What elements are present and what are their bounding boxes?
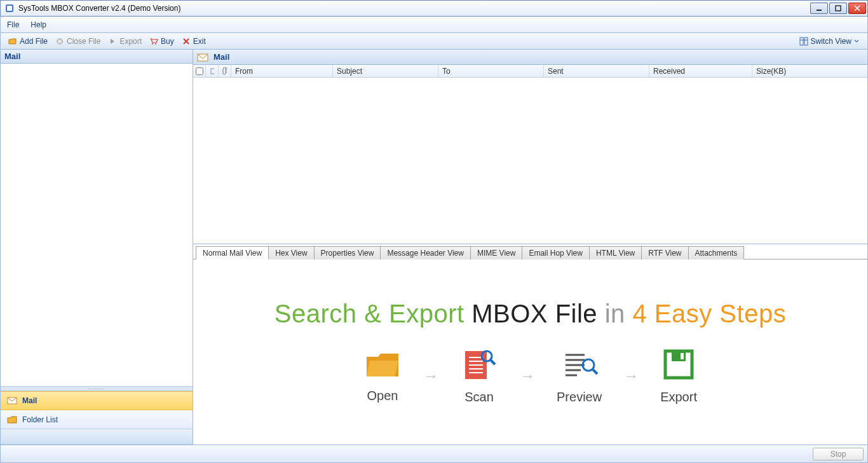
svg-rect-7 <box>800 38 803 45</box>
column-received[interactable]: Received <box>649 65 752 77</box>
switch-view-button[interactable]: Switch View <box>795 35 864 48</box>
svg-rect-12 <box>211 69 214 74</box>
step-open: Open <box>363 349 402 403</box>
column-checkbox[interactable] <box>193 65 206 77</box>
step-open-label: Open <box>367 389 398 403</box>
tab-mime-view[interactable]: MIME View <box>470 246 522 259</box>
heading-part-3: in <box>605 300 625 328</box>
close-file-icon <box>55 37 64 46</box>
cart-icon <box>149 37 158 46</box>
add-file-button[interactable]: Add File <box>4 36 51 47</box>
step-preview-label: Preview <box>557 390 602 404</box>
folder-icon <box>7 415 17 424</box>
select-all-checkbox[interactable] <box>196 67 203 75</box>
mail-panel-title: Mail <box>214 52 229 62</box>
column-size[interactable]: Size(KB) <box>752 65 867 77</box>
arrow-icon: → <box>520 367 535 385</box>
sidebar: Mail ······ Mail Folder List <box>1 50 193 445</box>
tab-hex-view[interactable]: Hex View <box>268 246 314 259</box>
sidebar-header: Mail <box>1 50 193 64</box>
menu-help[interactable]: Help <box>31 20 46 29</box>
sidebar-item-mail[interactable]: Mail <box>1 391 193 410</box>
view-tabs: Normal Mail View Hex View Properties Vie… <box>193 244 867 259</box>
step-scan: Scan <box>460 347 498 404</box>
app-icon <box>4 3 15 13</box>
heading-part-4: 4 Easy Steps <box>632 300 786 328</box>
column-sent[interactable]: Sent <box>544 65 649 77</box>
sidebar-tree <box>1 64 193 386</box>
svg-rect-30 <box>681 353 684 359</box>
heading-part-2: MBOX File <box>471 300 597 328</box>
minimize-button[interactable] <box>810 3 828 14</box>
main-area: Mail ······ Mail Folder List Mail From S… <box>0 50 868 445</box>
column-from[interactable]: From <box>231 65 333 77</box>
folder-open-icon <box>363 349 402 381</box>
mail-icon <box>7 396 17 405</box>
close-file-label: Close File <box>67 37 100 46</box>
column-flag-icon[interactable] <box>206 65 219 77</box>
mail-panel-header: Mail <box>193 50 867 65</box>
svg-line-20 <box>491 360 495 364</box>
close-file-button: Close File <box>51 36 104 47</box>
column-attachment-icon[interactable] <box>219 65 231 77</box>
arrow-icon: → <box>623 367 639 385</box>
column-to[interactable]: To <box>438 65 544 77</box>
list-search-icon <box>560 347 599 382</box>
stop-button: Stop <box>813 448 864 460</box>
tab-normal-mail-view[interactable]: Normal Mail View <box>196 246 269 259</box>
save-icon <box>661 347 696 382</box>
sidebar-item-folder-list[interactable]: Folder List <box>1 410 193 429</box>
switch-view-label: Switch View <box>811 37 851 46</box>
sidebar-item-label: Folder List <box>22 415 58 424</box>
menu-bar: File Help <box>0 17 868 33</box>
tab-properties-view[interactable]: Properties View <box>314 246 381 259</box>
svg-rect-8 <box>804 38 808 45</box>
maximize-button[interactable] <box>829 3 847 14</box>
tab-attachments[interactable]: Attachments <box>688 246 745 259</box>
mail-grid-header: From Subject To Sent Received Size(KB) <box>193 65 867 78</box>
folder-open-icon <box>8 37 17 46</box>
exit-button[interactable]: Exit <box>178 36 210 47</box>
arrow-icon: → <box>423 367 438 385</box>
switch-view-icon <box>799 37 808 46</box>
export-label: Export <box>119 37 142 46</box>
svg-rect-2 <box>817 10 822 11</box>
exit-icon <box>182 37 191 46</box>
buy-button[interactable]: Buy <box>146 36 178 47</box>
sidebar-footer-strip <box>1 429 193 445</box>
mail-icon <box>197 52 208 62</box>
tab-rtf-view[interactable]: RTF View <box>641 246 688 259</box>
close-button[interactable] <box>848 3 866 14</box>
content-area: Mail From Subject To Sent Received Size(… <box>193 50 867 445</box>
exit-label: Exit <box>193 37 206 46</box>
svg-line-27 <box>593 370 597 374</box>
window-title: SysTools MBOX Converter v2.4 (Demo Versi… <box>18 4 810 13</box>
step-scan-label: Scan <box>465 390 494 404</box>
sidebar-item-label: Mail <box>22 396 37 405</box>
buy-label: Buy <box>161 37 174 46</box>
export-arrow-icon <box>108 37 117 46</box>
svg-rect-1 <box>7 6 12 11</box>
mail-grid-body <box>193 78 867 244</box>
document-search-icon <box>460 347 498 382</box>
toolbar: Add File Close File Export Buy Exit Swit… <box>0 33 868 50</box>
tab-message-header-view[interactable]: Message Header View <box>380 246 471 259</box>
welcome-pane: Search & Export MBOX File in 4 Easy Step… <box>193 259 867 445</box>
menu-file[interactable]: File <box>7 20 19 29</box>
sidebar-splitter[interactable]: ······ <box>1 386 193 391</box>
step-preview: Preview <box>557 347 602 404</box>
tab-html-view[interactable]: HTML View <box>589 246 642 259</box>
export-button: Export <box>104 36 146 47</box>
step-export: Export <box>660 347 697 404</box>
step-export-label: Export <box>660 390 697 404</box>
chevron-down-icon <box>854 39 859 44</box>
tab-email-hop-view[interactable]: Email Hop View <box>522 246 589 259</box>
heading-part-1: Search & Export <box>275 300 465 328</box>
column-subject[interactable]: Subject <box>333 65 438 77</box>
svg-rect-3 <box>836 6 841 11</box>
status-bar: Stop <box>0 445 868 463</box>
svg-point-5 <box>152 43 153 45</box>
steps-row: Open → Scan → Preview → Export <box>363 347 697 404</box>
title-bar: SysTools MBOX Converter v2.4 (Demo Versi… <box>0 0 868 17</box>
svg-point-6 <box>155 43 156 45</box>
